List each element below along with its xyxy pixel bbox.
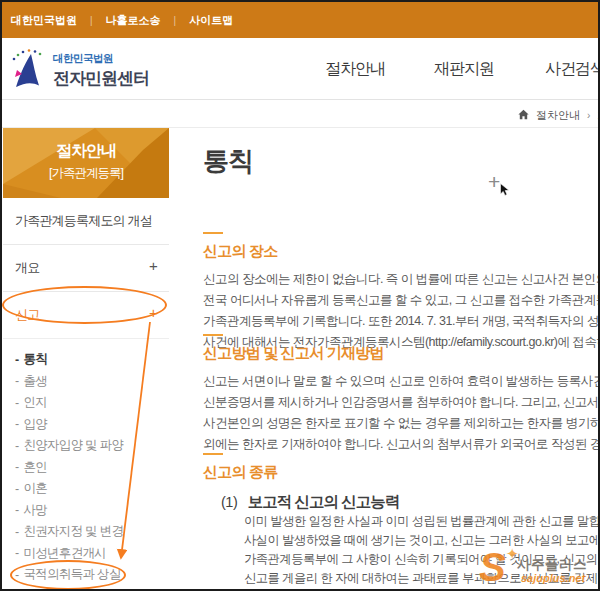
crosshair-icon: + [488, 170, 500, 194]
link-self-litigation[interactable]: 나홀로소송 [106, 13, 161, 28]
breadcrumb-row: 절차안내 › 가 [2, 101, 598, 128]
sidebar-subitem-marriage[interactable]: - 혼인 [15, 457, 157, 479]
subsection-title: 보고적 신고의 신고능력 [248, 493, 400, 510]
logo-site-name: 전자민원센터 [53, 67, 149, 90]
subitem-label: 국적의취득과 상실 [23, 566, 120, 583]
section-heading: 신고방법 및 신고서 기재방법 [203, 344, 600, 363]
subitem-label: 친권자지정 및 변경 [23, 523, 123, 540]
section-report-types: 신고의 종류 [203, 453, 277, 482]
sidebar-header: 절차안내 [가족관계등록] [3, 128, 169, 198]
site-logo[interactable]: 대한민국법원 전자민원센터 [10, 47, 149, 95]
bullet: - [15, 460, 18, 474]
paragraph-line: 전국 어디서나 자유롭게 등록신고를 할 수 있고, 그 신고를 접수한 가족관… [203, 290, 600, 311]
page-title: 통칙 [203, 144, 253, 179]
bullet: - [15, 417, 18, 431]
sidebar-subitem-full-adoption[interactable]: - 친양자입양 및 파양 [15, 435, 157, 457]
section-heading: 신고의 장소 [203, 242, 600, 261]
bullet: - [15, 525, 18, 539]
bullet: - [15, 482, 18, 496]
logo-org-name: 대한민국법원 [53, 52, 149, 66]
subitem-label: 이혼 [23, 480, 47, 497]
subitem-label: 인지 [23, 394, 47, 411]
bullet: - [15, 503, 18, 517]
paragraph-line: 신분증명서를 제시하거나 인감증명서를 첨부하여야 합니다. 그리고, 신고서는… [203, 392, 600, 413]
paragraph-line: 가족관계등록부에 그 사항이 신속히 기록되어야 할 것이므로, 신고의무자 및… [244, 550, 600, 569]
sidebar-subitem-divorce[interactable]: - 이혼 [15, 478, 157, 500]
paragraph-line: 외에는 한자로 기재하여야 합니다. 신고서의 첨부서류가 외국어로 작성된 경… [203, 434, 600, 455]
section-rule [203, 232, 223, 234]
subitem-label: 통칙 [23, 351, 47, 368]
sidebar-subitem-acknowledgement[interactable]: - 인지 [15, 392, 157, 414]
home-icon[interactable] [518, 109, 529, 122]
subitem-label: 출생 [23, 373, 47, 390]
subitem-label: 사망 [23, 502, 47, 519]
paragraph-line: 신고를 게을리 한 자에 대하여는 과태료를 부과함으로써 신고를 강제하고 있… [244, 569, 600, 588]
browser-page: 대한민국법원 | 나홀로소송 | 사이트맵 대한민국법원 [0, 0, 600, 591]
subitem-label: 입양 [23, 416, 47, 433]
paragraph-line: 가족관계등록부에 기록합니다. 또한 2014. 7. 31.부터 개명, 국적… [203, 311, 600, 332]
sidebar-subtitle: [가족관계등록] [3, 165, 169, 182]
sidebar-subitem-parental-authority[interactable]: - 친권자지정 및 변경 [15, 521, 157, 543]
sidebar-item-label: 개요 [15, 260, 39, 275]
sidebar-title: 절차안내 [3, 141, 169, 162]
sidebar-item-intro[interactable]: 가족관계등록제도의 개설 [3, 198, 169, 245]
link-sitemap[interactable]: 사이트맵 [189, 13, 233, 28]
subitem-label: 혼인 [23, 459, 47, 476]
bullet: - [15, 439, 18, 453]
paragraph-line: 이미 발생한 일정한 사실과 이미 성립된 법률관계에 관한 신고를 말합니다.… [244, 512, 600, 531]
link-court-home[interactable]: 대한민국법원 [11, 13, 77, 28]
subitem-label: 친양자입양 및 파양 [23, 437, 123, 454]
sidebar-subitem-hanja-table[interactable]: - 인명용한자표 [15, 586, 157, 591]
paragraph-line: 신고는 서면이나 말로 할 수 있으며 신고로 인하여 효력이 발생하는 등록사… [203, 371, 600, 392]
sidebar-subitem-death[interactable]: - 사망 [15, 500, 157, 522]
expand-icon[interactable]: + [149, 304, 157, 321]
section-report-method: 신고방법 및 신고서 기재방법 신고는 서면이나 말로 할 수 있으며 신고로 … [203, 334, 600, 455]
breadcrumb: 절차안내 › 가 [518, 108, 600, 123]
subsection-heading: (1) 보고적 신고의 신고능력 [221, 492, 399, 513]
sidebar-subitem-adoption[interactable]: - 입양 [15, 414, 157, 436]
bullet: - [15, 374, 18, 388]
nav-case-search[interactable]: 사건검색 [545, 59, 600, 80]
pointer-arrow-icon [500, 183, 510, 196]
sidebar-subitem-birth[interactable]: - 출생 [15, 371, 157, 393]
sidebar-subitem-minor-guardianship[interactable]: - 미성년후견개시 [15, 543, 157, 565]
expand-icon[interactable]: + [149, 257, 157, 274]
subsection-number: (1) [221, 494, 237, 510]
mouse-cursor: + [488, 170, 518, 200]
site-header: 대한민국법원 전자민원센터 절차안내 재판지원 사건검색 [2, 38, 598, 100]
bullet: - [15, 353, 18, 367]
sidebar: 절차안내 [가족관계등록] 가족관계등록제도의 개설 개요 + 신고 + - 통… [3, 128, 169, 591]
separator: | [174, 15, 177, 26]
bullet: - [15, 546, 18, 560]
sidebar-item-report[interactable]: 신고 + [3, 292, 169, 339]
section-rule [203, 334, 223, 336]
section-heading: 신고의 종류 [203, 463, 277, 482]
paragraph-line: 사실이 발생하였을 때에 생기는 것이고, 신고는 그러한 사실의 보고에 불과… [244, 531, 600, 550]
sidebar-subitem-nationality[interactable]: - 국적의취득과 상실 [15, 564, 157, 586]
sidebar-item-label: 신고 [15, 307, 39, 322]
subitem-label: 미성년후견개시 [23, 545, 106, 562]
chevron-right-icon: › [587, 110, 590, 121]
section-rule [203, 453, 223, 455]
court-logo-icon [10, 47, 48, 95]
sidebar-subitem-general-rules[interactable]: - 통칙 [15, 349, 157, 371]
sidebar-item-overview[interactable]: 개요 + [3, 245, 169, 292]
logo-text: 대한민국법원 전자민원센터 [53, 52, 149, 90]
nav-procedure-guide[interactable]: 절차안내 [325, 59, 385, 80]
bullet: - [15, 396, 18, 410]
subsection-paragraph: 이미 발생한 일정한 사실과 이미 성립된 법률관계에 관한 신고를 말합니다.… [244, 512, 600, 591]
separator: | [90, 15, 93, 26]
utility-bar: 대한민국법원 | 나홀로소송 | 사이트맵 [2, 2, 598, 38]
sidebar-submenu: - 통칙 - 출생 - 인지 - 입양 - 친양자입양 및 파양 - 혼인 [3, 339, 169, 591]
nav-trial-support[interactable]: 재판지원 [434, 59, 494, 80]
bullet: - [15, 568, 18, 582]
breadcrumb-item[interactable]: 절차안내 [536, 108, 580, 123]
paragraph-line: 신고의 장소에는 제한이 없습니다. 즉 이 법률에 따른 신고는 신고사건 본… [203, 269, 600, 290]
paragraph-line: 사건본인의 성명은 한자로 표기할 수 없는 경우를 제외하고는 한자를 병기하… [203, 413, 600, 434]
